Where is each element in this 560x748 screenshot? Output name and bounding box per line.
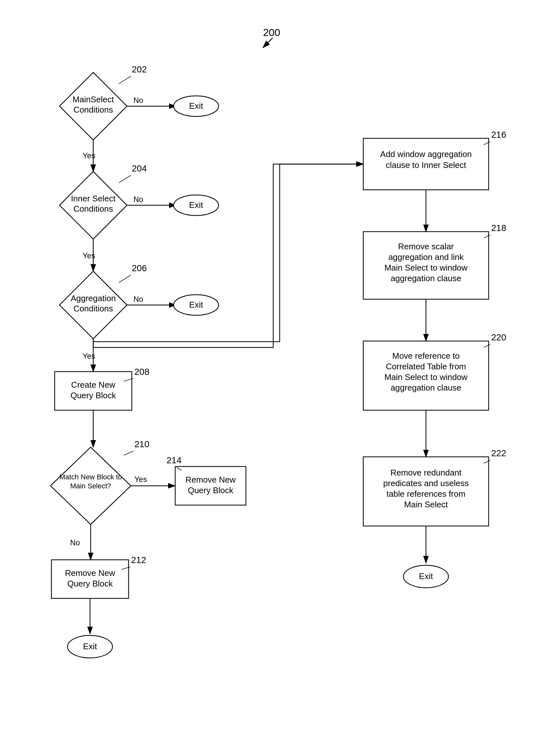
exit1: Exit xyxy=(177,95,209,114)
ref-214: 214 xyxy=(167,463,182,473)
node-inner-select-conditions: Inner Select Conditions xyxy=(46,157,141,252)
svg-line-1 xyxy=(257,37,267,45)
svg-text:No: No xyxy=(70,538,80,547)
node-remove-redundant: Remove redundant predicates and useless … xyxy=(363,457,485,521)
node-remove-query-block-212: Remove New Query Block xyxy=(51,560,128,599)
diagram-title: 200 xyxy=(264,26,281,38)
exit3: Exit xyxy=(177,295,209,313)
svg-line-53 xyxy=(119,275,131,282)
node-remove-query-block-214: Remove New Query Block xyxy=(177,470,247,508)
ref-204: 204 xyxy=(130,169,145,179)
ref-202: 202 xyxy=(130,71,145,81)
svg-line-26 xyxy=(263,38,273,48)
node-remove-scalar-agg: Remove scalar aggregation and link Main … xyxy=(363,232,485,296)
ref-222: 222 xyxy=(490,455,505,466)
node-mainselect-conditions: MainSelect Conditions xyxy=(46,59,141,154)
ref-210: 210 xyxy=(133,446,148,456)
ref-212: 212 xyxy=(133,558,148,568)
svg-line-42 xyxy=(119,176,131,183)
node-create-new-query-block: Create New Query Block xyxy=(55,372,132,410)
node-aggregation-conditions: Aggregation Conditions xyxy=(46,256,141,352)
svg-line-70 xyxy=(124,451,133,455)
svg-text:Yes: Yes xyxy=(82,352,95,360)
ref-206: 206 xyxy=(130,268,145,279)
ref-208: 208 xyxy=(135,370,150,380)
node-move-reference: Move reference to Correlated Table from … xyxy=(363,341,485,408)
svg-text:Yes: Yes xyxy=(83,351,97,361)
svg-line-31 xyxy=(119,76,131,84)
ref-216: 216 xyxy=(490,137,505,147)
node-match-new-block: Match New Block to Main Select? xyxy=(36,431,145,540)
node-add-window-agg: Add window aggregation clause to Inner S… xyxy=(363,138,485,190)
exit5: Exit xyxy=(404,560,435,579)
ref-220: 220 xyxy=(490,340,505,350)
svg-text:No: No xyxy=(70,538,81,547)
exit4: Exit xyxy=(66,637,98,656)
svg-text:Yes: Yes xyxy=(83,250,97,259)
exit2: Exit xyxy=(177,195,209,213)
ref-218: 218 xyxy=(490,230,505,240)
